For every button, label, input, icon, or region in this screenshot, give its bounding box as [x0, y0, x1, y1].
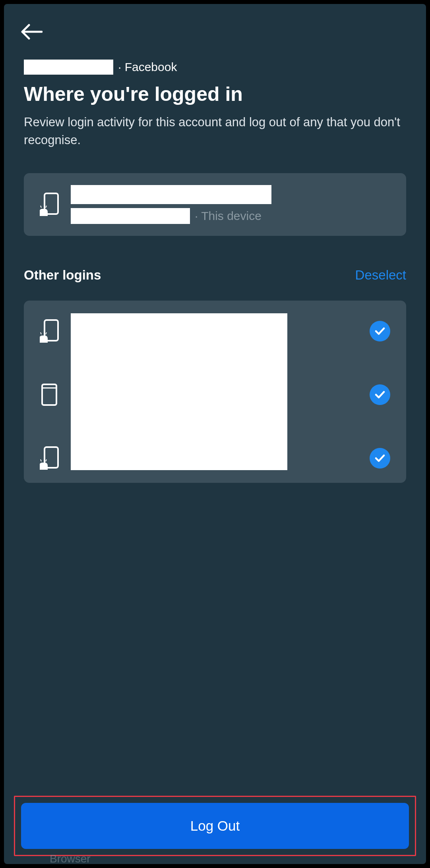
other-logins-title: Other logins: [24, 268, 101, 283]
current-device-name-redacted: [71, 185, 271, 204]
login-select-checkbox[interactable]: [370, 384, 390, 405]
under-browser-text: Browser: [50, 853, 91, 865]
android-phone-icon: [40, 319, 59, 343]
breadcrumb-app-name: · Facebook: [118, 60, 177, 74]
other-logins-card: [24, 301, 406, 483]
check-icon: [375, 391, 385, 399]
current-device-location-redacted: [71, 208, 190, 224]
deselect-link[interactable]: Deselect: [355, 268, 406, 283]
breadcrumb: · Facebook: [4, 44, 426, 75]
login-select-checkbox[interactable]: [370, 448, 390, 469]
android-phone-icon: [40, 446, 59, 470]
android-phone-icon: [40, 193, 59, 216]
page-title: Where you're logged in: [4, 75, 426, 114]
tablet-icon: [40, 383, 59, 407]
check-icon: [375, 454, 385, 462]
login-select-checkbox[interactable]: [370, 321, 390, 341]
logout-highlight-box: Log Out: [14, 796, 416, 856]
arrow-left-icon: [21, 24, 43, 40]
current-device-card[interactable]: · This device: [24, 173, 406, 236]
breadcrumb-user-redacted: [24, 60, 113, 75]
back-button[interactable]: [20, 20, 44, 44]
this-device-label: · This device: [195, 209, 261, 223]
other-logins-content-redacted: [71, 313, 287, 470]
page-description: Review login activity for this account a…: [4, 114, 426, 165]
logout-button[interactable]: Log Out: [21, 803, 409, 849]
check-icon: [375, 327, 385, 335]
